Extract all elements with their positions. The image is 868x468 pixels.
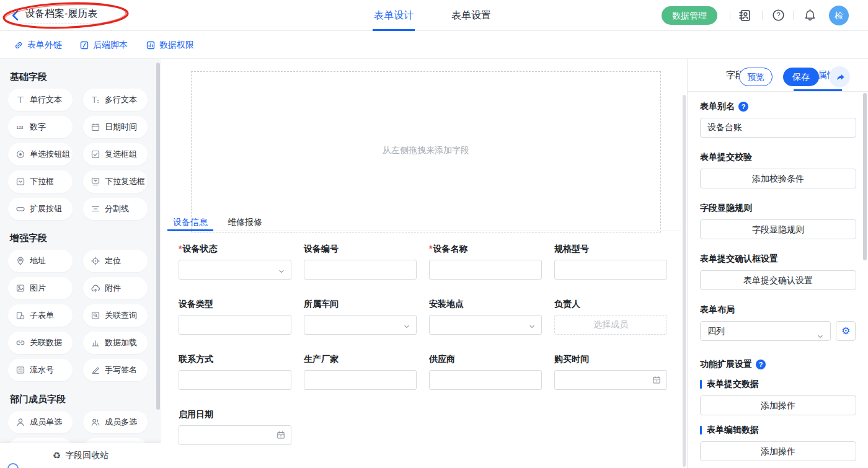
dropdown-icon: [16, 177, 25, 187]
form-alias-input[interactable]: [700, 118, 856, 138]
field-item-data-load[interactable]: 数据加载: [83, 332, 148, 354]
form-canvas: 从左侧拖拽来添加字段 设备信息 维修报修 *设备状态 设备编号 *设备名称 规格…: [161, 59, 687, 468]
field-item-datetime[interactable]: 日期时间: [83, 116, 148, 138]
field-owner[interactable]: 负责人 选择成员: [554, 298, 667, 335]
add-check-condition-button[interactable]: 添加校验条件: [700, 169, 856, 188]
field-item-address[interactable]: 地址: [8, 250, 73, 272]
field-equipment-name[interactable]: *设备名称: [429, 242, 542, 280]
properties-panel: 字段属性 表单属性 表单别名 ? 表单提交校验 添加校验条件 字段显隐规则 字段…: [687, 59, 868, 468]
equipment-name-input[interactable]: [429, 260, 542, 280]
field-item-checkbox-group[interactable]: 复选框组: [83, 143, 148, 166]
calendar-icon: 7: [276, 430, 286, 443]
form-title[interactable]: 设备档案-履历表: [25, 7, 115, 24]
data-manage-button[interactable]: 数据管理: [662, 6, 717, 25]
field-item-attachment[interactable]: 附件: [83, 277, 148, 299]
field-dropzone[interactable]: 从左侧拖拽来添加字段: [191, 71, 661, 232]
field-item-number[interactable]: 123 数字: [8, 116, 73, 138]
canvas-scrollbar[interactable]: [683, 95, 686, 467]
calendar-icon: 7: [652, 375, 662, 387]
field-recycle-bin[interactable]: ♻ 字段回收站: [0, 443, 161, 468]
preview-button[interactable]: 预览: [739, 68, 773, 86]
edit-data-add-action-button[interactable]: 添加操作: [700, 441, 856, 461]
field-supplier[interactable]: 供应商: [429, 353, 542, 390]
spec-model-input[interactable]: [554, 260, 667, 280]
image-icon: [16, 283, 25, 293]
field-item-member-single[interactable]: 成员单选: [8, 411, 73, 433]
field-equipment-type[interactable]: 设备类型: [179, 298, 291, 335]
checkbox-group-icon: [91, 149, 100, 159]
contacts-icon[interactable]: [738, 9, 751, 25]
save-button[interactable]: 保存: [783, 68, 819, 86]
avatar[interactable]: 检: [829, 6, 849, 25]
tab-repair-report[interactable]: 维修报修: [222, 214, 268, 231]
field-item-dropdown[interactable]: 下拉框: [8, 170, 73, 193]
field-purchase-date[interactable]: 购买时间 7: [554, 353, 667, 390]
section-title-enhanced-fields: 增强字段: [10, 232, 161, 244]
field-item-location[interactable]: 定位: [83, 250, 148, 272]
tab-device-info[interactable]: 设备信息: [167, 214, 213, 231]
help-icon[interactable]: ?: [772, 9, 785, 24]
visibility-rule-button[interactable]: 字段显隐规则: [700, 219, 856, 239]
field-equipment-code[interactable]: 设备编号: [304, 242, 417, 280]
panel-scrollbar[interactable]: [863, 93, 867, 260]
external-link-icon: [14, 40, 24, 50]
multi-line-text-icon: [91, 95, 100, 105]
purchase-date-picker[interactable]: 7: [554, 370, 667, 390]
svg-text:7: 7: [656, 379, 658, 383]
tab-form-design[interactable]: 表单设计: [374, 0, 414, 31]
svg-text:123: 123: [17, 125, 24, 130]
owner-member-picker[interactable]: 选择成员: [554, 315, 667, 335]
field-item-member-multi[interactable]: 成员多选: [83, 411, 148, 433]
help-icon[interactable]: ?: [756, 360, 766, 369]
equipment-code-input[interactable]: [304, 260, 417, 280]
form-external-link[interactable]: 表单外链: [14, 38, 62, 51]
supplier-input[interactable]: [429, 370, 542, 390]
confirm-box-button[interactable]: 表单提交确认设置: [700, 270, 856, 290]
data-permission-link[interactable]: 数据权限: [146, 38, 194, 51]
field-spec-model[interactable]: 规格型号: [554, 242, 667, 280]
field-workshop[interactable]: 所属车间: [304, 298, 417, 335]
share-button[interactable]: [829, 66, 850, 87]
backend-script-link[interactable]: 后端脚本: [79, 38, 128, 51]
recycle-icon: ♻: [53, 450, 61, 461]
field-item-divider-line[interactable]: 分割线: [83, 198, 148, 220]
sidebar-scrollbar[interactable]: [156, 63, 160, 410]
manufacturer-input[interactable]: [304, 370, 417, 390]
back-icon[interactable]: [9, 9, 22, 22]
submit-data-add-action-button[interactable]: 添加操作: [700, 395, 856, 415]
enable-date-picker[interactable]: 7: [179, 425, 291, 445]
gear-icon[interactable]: ⚙: [836, 321, 856, 341]
bell-icon[interactable]: [804, 9, 817, 24]
field-item-signature[interactable]: 手写签名: [83, 359, 148, 381]
field-item-dropdown-multi[interactable]: 下拉复选框: [83, 170, 148, 193]
field-item-image[interactable]: 图片: [8, 277, 73, 299]
form-layout-select[interactable]: 四列: [700, 321, 831, 341]
help-icon[interactable]: ?: [738, 102, 748, 112]
field-item-single-line-text[interactable]: 单行文本: [8, 89, 73, 111]
data-load-icon: [91, 338, 100, 348]
field-item-multi-line-text[interactable]: 多行文本: [83, 89, 148, 111]
equipment-type-input[interactable]: [179, 315, 291, 335]
field-item-subform[interactable]: 子表单: [8, 304, 73, 327]
install-location-select[interactable]: [429, 315, 542, 335]
datetime-icon: [91, 122, 100, 132]
field-contact[interactable]: 联系方式: [179, 353, 291, 390]
field-item-related-query[interactable]: 关联查询: [83, 304, 148, 327]
field-enable-date[interactable]: 启用日期 7: [179, 408, 291, 445]
member-multi-icon: [91, 417, 100, 427]
field-manufacturer[interactable]: 生产厂家: [304, 353, 417, 390]
field-item-radio-group[interactable]: 单选按钮组: [8, 143, 73, 166]
contact-input[interactable]: [179, 370, 291, 390]
signature-icon: [91, 365, 100, 375]
tab-form-settings[interactable]: 表单设置: [451, 0, 491, 31]
divider: [730, 11, 730, 20]
field-item-related-data[interactable]: 关联数据: [8, 332, 73, 354]
chevron-down-icon: [528, 322, 536, 333]
field-item-expand-button[interactable]: 扩展按钮: [8, 198, 73, 220]
field-install-location[interactable]: 安装地点: [429, 298, 542, 335]
equipment-status-select[interactable]: [179, 260, 291, 280]
field-equipment-status[interactable]: *设备状态: [179, 242, 291, 280]
field-item-serial-number[interactable]: 流水号: [8, 359, 73, 381]
workshop-select[interactable]: [304, 315, 417, 335]
basic-fields-grid: 单行文本 多行文本 123 数字 日期时间 单选按钮组 复选框组: [0, 89, 161, 220]
